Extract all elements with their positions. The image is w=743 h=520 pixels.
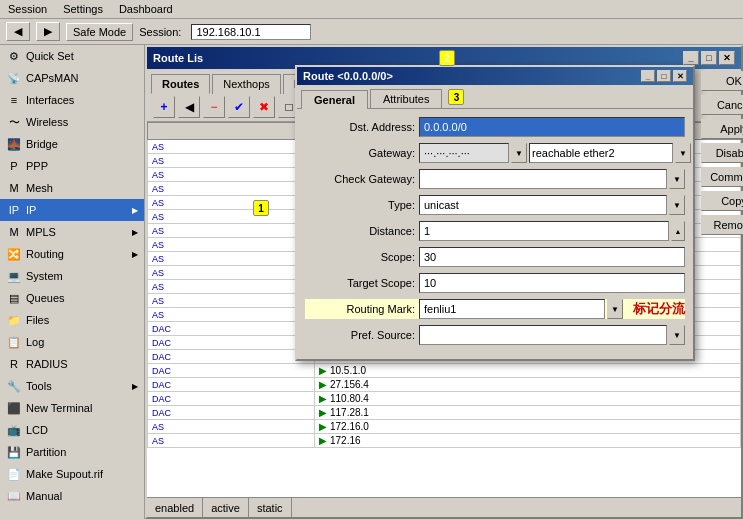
close-button[interactable]: ✕ [719, 51, 735, 65]
dst-address-label: Dst. Address: [305, 121, 415, 133]
dialog-buttons-panel: OK Cancel Apply Disable Comment Copy Rem… [697, 67, 743, 239]
routing-mark-arrow[interactable]: ▼ [607, 299, 623, 319]
tools-arrow: ▶ [132, 382, 138, 391]
partition-icon: 💾 [6, 444, 22, 460]
row-dst: ▶ 117.28.1 [315, 406, 741, 420]
distance-row: Distance: ▲ [305, 221, 685, 241]
table-row[interactable]: AS▶ 172.16 [148, 434, 741, 448]
dialog-tab-attributes[interactable]: Attributes [370, 89, 442, 108]
type-row: Type: ▼ [305, 195, 685, 215]
table-row[interactable]: DAC▶ 110.80.4 [148, 392, 741, 406]
routing-mark-input[interactable] [419, 299, 605, 319]
gateway-type-arrow[interactable]: ▼ [675, 143, 691, 163]
table-row[interactable]: DAC▶ 117.28.1 [148, 406, 741, 420]
sidebar-item-make-supout[interactable]: 📄 Make Supout.rif [0, 463, 144, 485]
apply-button[interactable]: Apply [701, 119, 743, 139]
menu-settings[interactable]: Settings [59, 2, 107, 16]
menu-session[interactable]: Session [4, 2, 51, 16]
row-dst: ▶ 172.16 [315, 434, 741, 448]
forward-button[interactable]: ▶ [36, 22, 60, 41]
dialog-tabs: General Attributes 3 [297, 85, 693, 108]
delete-route-button[interactable]: − [203, 96, 225, 118]
pref-source-input[interactable] [419, 325, 667, 345]
status-bar: enabled active static [147, 497, 741, 517]
log-icon: 📋 [6, 334, 22, 350]
sidebar-item-radius[interactable]: R RADIUS [0, 353, 144, 375]
gateway-inputs: ▼ ▼ [419, 143, 691, 163]
table-row[interactable]: AS▶ 172.16.0 [148, 420, 741, 434]
sidebar-item-queues[interactable]: ▤ Queues [0, 287, 144, 309]
system-icon: 💻 [6, 268, 22, 284]
back-button[interactable]: ◀ [6, 22, 30, 41]
sidebar-item-files[interactable]: 📁 Files [0, 309, 144, 331]
table-row[interactable]: DAC▶ 27.156.4 [148, 378, 741, 392]
col-type [148, 123, 315, 140]
check-gateway-input[interactable] [419, 169, 667, 189]
cancel-button[interactable]: Cancel [701, 95, 743, 115]
menu-dashboard[interactable]: Dashboard [115, 2, 177, 16]
remove-button[interactable]: Remove [701, 215, 743, 235]
table-row[interactable]: DAC▶ 10.5.1.0 [148, 364, 741, 378]
sidebar-item-log[interactable]: 📋 Log [0, 331, 144, 353]
radius-icon: R [6, 356, 22, 372]
sidebar-item-mesh[interactable]: M Mesh [0, 177, 144, 199]
route-list-title: Route Lis [153, 52, 203, 64]
sidebar-item-partition[interactable]: 💾 Partition [0, 441, 144, 463]
tab-routes[interactable]: Routes [151, 74, 210, 94]
sidebar-item-new-terminal[interactable]: ⬛ New Terminal [0, 397, 144, 419]
dialog-content: Dst. Address: Gateway: ▼ ▼ Check Gateway… [297, 108, 693, 359]
safe-mode-button[interactable]: Safe Mode [66, 23, 133, 41]
ok-button[interactable]: OK [701, 71, 743, 91]
dialog-maximize-btn[interactable]: □ [657, 70, 671, 82]
row-type: DAC [148, 364, 315, 378]
dialog-minimize-btn[interactable]: _ [641, 70, 655, 82]
add-route-button[interactable]: + [153, 96, 175, 118]
sidebar-item-routing[interactable]: 🔀 Routing ▶ [0, 243, 144, 265]
dst-address-input[interactable] [419, 117, 685, 137]
sidebar-item-ppp[interactable]: P PPP [0, 155, 144, 177]
back-arrow-button[interactable]: ◀ [178, 96, 200, 118]
check-gateway-arrow[interactable]: ▼ [669, 169, 685, 189]
tab-nexthops[interactable]: Nexthops [212, 74, 280, 94]
sidebar-item-quick-set[interactable]: ⚙ Quick Set [0, 45, 144, 67]
type-input[interactable] [419, 195, 667, 215]
capsman-icon: 📡 [6, 70, 22, 86]
session-input[interactable] [191, 24, 311, 40]
gateway-type-input[interactable] [529, 143, 673, 163]
row-dst: ▶ 110.80.4 [315, 392, 741, 406]
sidebar-item-ip[interactable]: IP IP ▶ [0, 199, 144, 221]
type-arrow[interactable]: ▼ [669, 195, 685, 215]
pref-source-arrow[interactable]: ▼ [669, 325, 685, 345]
sidebar-item-bridge[interactable]: 🌉 Bridge [0, 133, 144, 155]
distance-input[interactable] [419, 221, 669, 241]
row-type: DAC [148, 336, 315, 350]
scope-input[interactable] [419, 247, 685, 267]
disable-route-button[interactable]: ✖ [253, 96, 275, 118]
annotation-marker-1: 1 [253, 200, 269, 216]
dialog-tab-general[interactable]: General [301, 90, 368, 109]
comment-button[interactable]: Comment [701, 167, 743, 187]
dialog-close-btn[interactable]: ✕ [673, 70, 687, 82]
lcd-icon: 📺 [6, 422, 22, 438]
sidebar-item-manual[interactable]: 📖 Manual [0, 485, 144, 507]
sidebar-item-wireless[interactable]: 〜 Wireless [0, 111, 144, 133]
sidebar-item-lcd[interactable]: 📺 LCD [0, 419, 144, 441]
enable-route-button[interactable]: ✔ [228, 96, 250, 118]
gateway-dropdown-arrow[interactable]: ▼ [511, 143, 527, 163]
sidebar-item-interfaces[interactable]: ≡ Interfaces [0, 89, 144, 111]
gateway-ip-input[interactable] [419, 143, 509, 163]
check-gateway-row: Check Gateway: ▼ [305, 169, 685, 189]
row-type: AS [148, 224, 315, 238]
sidebar-item-mpls[interactable]: M MPLS ▶ [0, 221, 144, 243]
disable-button[interactable]: Disable [701, 143, 743, 163]
routing-mark-annotation: 标记分流 [633, 300, 685, 318]
sidebar-item-tools[interactable]: 🔧 Tools ▶ [0, 375, 144, 397]
copy-button[interactable]: Copy [701, 191, 743, 211]
status-active: active [203, 498, 249, 517]
sidebar-item-capsman[interactable]: 📡 CAPsMAN [0, 67, 144, 89]
target-scope-input[interactable] [419, 273, 685, 293]
sidebar-item-system[interactable]: 💻 System [0, 265, 144, 287]
maximize-button[interactable]: □ [701, 51, 717, 65]
distance-arrow[interactable]: ▲ [671, 221, 685, 241]
minimize-button[interactable]: _ [683, 51, 699, 65]
